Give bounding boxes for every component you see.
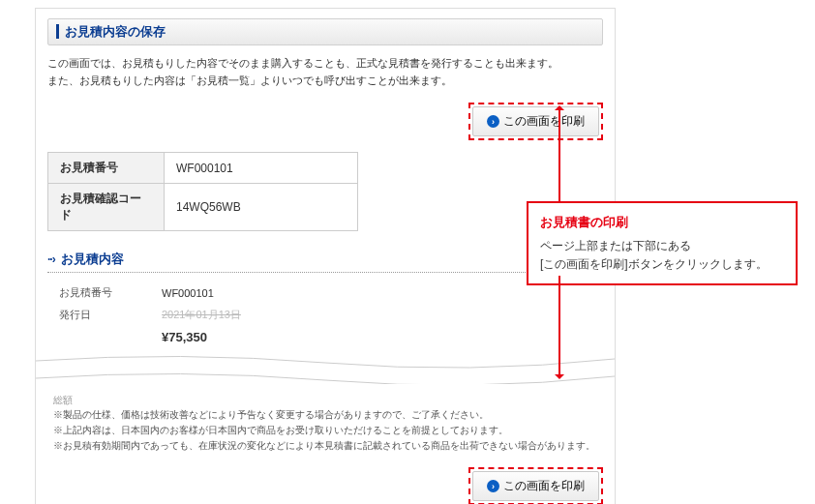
highlight-print-top: › この画面を印刷 [468,103,603,140]
total-prefix: 総額 [47,394,603,407]
mini-total-spacer [49,327,156,347]
note-line-3: ※お見積有効期間内であっても、在庫状況の変化などにより本見積書に記載されている商… [53,438,603,454]
notes-block: ※製品の仕様、価格は技術改善などにより予告なく変更する場合がありますので、ご了承… [47,407,603,454]
mini-issue-date-label: 発行日 [49,305,156,325]
description-line-1: この画面では、お見積もりした内容でそのまま購入することも、正式な見積書を発行する… [47,55,603,73]
mini-total-value: ¥75,350 [158,327,601,347]
highlight-print-bottom: › この画面を印刷 [468,467,603,504]
chevron-right-icon: › [487,480,499,492]
print-page-button-top[interactable]: › この画面を印刷 [472,106,599,136]
right-button-stack: › この画面を印刷 › 正式見積書を発行 [47,467,603,504]
quote-content-header: ··› お見積内容 [47,251,603,273]
section-title: お見積内容の保存 [56,24,166,39]
mini-quote-number-value: WF000101 [158,282,601,303]
note-line-2: ※上記内容は、日本国内のお客様が日本国内で商品をお受け取りいただけることを前提と… [53,423,603,438]
note-line-1: ※製品の仕様、価格は技術改善などにより予告なく変更する場合がありますので、ご了承… [53,407,603,423]
callout-line-2: [この画面を印刷]ボタンをクリックします。 [540,255,784,274]
mini-quote-number-label: お見積番号 [49,282,156,303]
callout-title: お見積書の印刷 [540,213,784,233]
mini-issue-date-value: 2021年01月13日 [158,305,601,325]
arrow-icon: ··› [47,252,55,266]
section-header: お見積内容の保存 [47,18,603,45]
table-row: お見積番号 WF000101 [48,153,358,184]
print-page-button-bottom[interactable]: › この画面を印刷 [472,471,599,501]
callout-line-1: ページ上部または下部にある [540,237,784,255]
table-row: ¥75,350 [49,327,601,347]
quote-content-table: お見積番号 WF000101 発行日 2021年01月13日 ¥75,350 [47,281,603,349]
table-row: お見積番号 WF000101 [49,282,601,303]
chevron-right-icon: › [487,115,499,128]
table-row: 発行日 2021年01月13日 [49,305,601,325]
description-line-2: また、お見積もりした内容は「お見積一覧」よりいつでも呼び出すことが出来ます。 [47,73,603,90]
confirm-code-value: 14WQ56WB [165,184,358,231]
description: この画面では、お見積もりした内容でそのまま購入することも、正式な見積書を発行する… [47,55,603,89]
quote-number-label: お見積番号 [48,153,165,184]
print-button-label: この画面を印刷 [503,478,585,494]
print-row-top: › この画面を印刷 [47,103,603,140]
callout-box: お見積書の印刷 ページ上部または下部にある [この画面を印刷]ボタンをクリックし… [527,201,798,285]
quote-content-title: お見積内容 [61,251,124,268]
quote-number-value: WF000101 [165,153,358,184]
print-button-label: この画面を印刷 [503,113,585,130]
table-row: お見積確認コード 14WQ56WB [48,184,358,231]
page-break-decoration [36,355,615,384]
confirm-code-label: お見積確認コード [48,184,165,231]
quote-info-table: お見積番号 WF000101 お見積確認コード 14WQ56WB [47,152,358,231]
